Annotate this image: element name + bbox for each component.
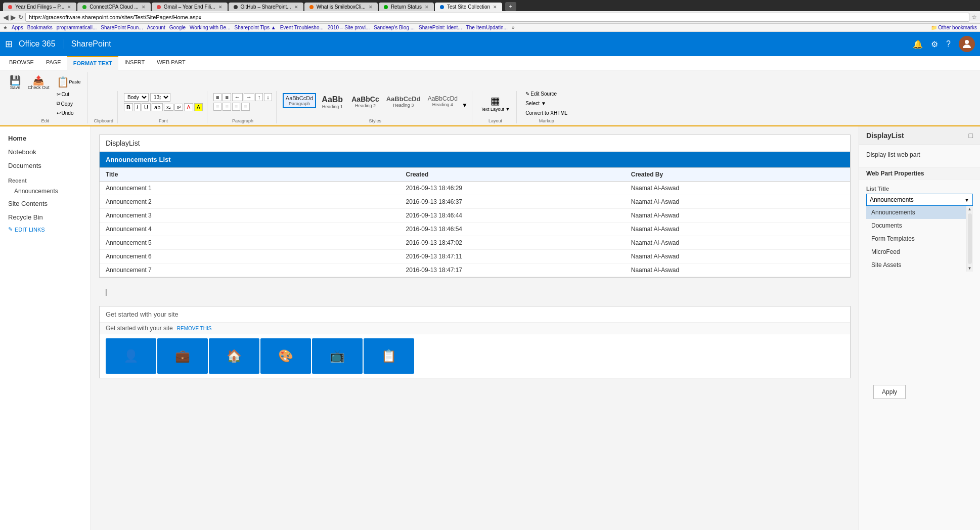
bookmark-sharepoint-ident[interactable]: SharePoint: Ident... [419,25,462,30]
tab-close-4[interactable]: ✕ [294,5,298,10]
refresh-button[interactable]: ↻ [18,14,23,21]
align-left-button[interactable]: ≡ [213,103,221,111]
help-icon[interactable]: ? [946,39,951,49]
move-up-button[interactable]: ↑ [255,93,263,101]
bookmark-itemupdating[interactable]: The ItemUpdatin... [466,25,508,30]
table-row[interactable]: Announcement 2 2016-09-13 18:46:37 Naama… [100,195,850,209]
bookmark-event[interactable]: Event Troublesho... [280,25,324,30]
sidebar-item-home[interactable]: Home [0,131,91,145]
app-name[interactable]: SharePoint [64,39,111,49]
dropdown-option-microfeed[interactable]: MicroFeed [866,245,966,258]
sidebar-item-documents[interactable]: Documents [0,159,91,172]
styles-expand-icon[interactable]: ▼ [462,102,468,109]
italic-button[interactable]: I [134,103,141,111]
bookmark-sharepoint-found[interactable]: SharePoint Foun... [101,25,143,30]
sidebar-item-announcements[interactable]: Announcements [0,186,91,197]
forward-button[interactable]: ▶ [11,13,16,21]
bookmark-working[interactable]: Working with Be... [190,25,230,30]
bold-button[interactable]: B [124,103,133,111]
new-tab-button[interactable]: + [505,2,516,11]
font-family-select[interactable]: Body [124,93,149,102]
superscript-button[interactable]: x² [174,104,184,111]
tab-gmail[interactable]: Gmail – Year End Fili... ✕ [152,3,228,11]
gs-tile-6[interactable]: 📋 [364,338,414,374]
table-row[interactable]: Announcement 5 2016-09-13 18:47:02 Naama… [100,236,850,250]
tab-close-7[interactable]: ✕ [493,5,497,10]
scroll-up-button[interactable]: ▲ [967,206,973,212]
style-paragraph[interactable]: AaBbCcDd Paragraph [283,93,316,108]
select-button[interactable]: Select ▼ [523,99,548,108]
align-center-button[interactable]: ≡ [222,103,231,111]
sidebar-edit-links[interactable]: ✎ EDIT LINKS [0,224,91,235]
bookmark-apps[interactable]: Apps [12,25,23,30]
gs-tile-4[interactable]: 🎨 [260,338,311,374]
gs-tile-3[interactable]: 🏠 [209,338,259,374]
bookmark-bookmarks[interactable]: Bookmarks [27,25,53,30]
style-heading1[interactable]: AaBb Heading 1 [317,93,347,111]
justify-button[interactable]: ≡ [241,103,249,111]
gs-tile-1[interactable]: 👤 [106,338,156,374]
tab-return-status[interactable]: Return Status ✕ [379,3,434,11]
convert-xhtml-button[interactable]: Convert to XHTML [523,109,570,117]
tab-github[interactable]: GitHub – SharePoint... ✕ [229,3,303,11]
sidebar-item-recycle-bin[interactable]: Recycle Bin [0,210,91,224]
tab-close-6[interactable]: ✕ [425,5,429,10]
table-row[interactable]: Announcement 6 2016-09-13 18:47:11 Naama… [100,250,850,263]
copy-button[interactable]: ⧉ Copy [54,99,83,108]
settings-icon[interactable]: ⚙ [931,39,938,49]
style-heading4[interactable]: AaBbCcDd Heading 4 [425,93,461,109]
dropdown-option-form-templates[interactable]: Form Templates [866,232,966,245]
bookmark-google[interactable]: Google [169,25,186,30]
text-layout-button[interactable]: ▦ Text Layout ▼ [478,93,512,113]
tab-close-2[interactable]: ✕ [142,5,146,10]
tab-web-part[interactable]: WEB PART [151,56,191,70]
save-button[interactable]: 💾 Save [7,74,23,92]
office365-label[interactable]: Office 365 [19,39,56,49]
strikethrough-button[interactable]: ab [152,103,163,111]
undo-button[interactable]: ↩ Undo [54,109,83,117]
outdent-button[interactable]: ← [232,93,243,101]
cut-button[interactable]: ✂ Cut [54,90,83,99]
ordered-list-button[interactable]: ≡ [222,93,231,101]
align-right-button[interactable]: ≡ [232,103,240,111]
bookmark-2010[interactable]: 2010 – Site provi... [328,25,370,30]
bookmark-sandeep[interactable]: Sandeep's Blog ... [374,25,415,30]
apply-button[interactable]: Apply [873,385,906,399]
tab-year-end[interactable]: Year End Filings – P... ✕ [3,3,76,11]
back-button[interactable]: ◀ [3,13,9,21]
table-row[interactable]: Announcement 7 2016-09-13 18:47:17 Naama… [100,263,850,277]
tab-connectcpa[interactable]: ConnectCPA Cloud ... ✕ [77,3,151,11]
notification-icon[interactable]: 🔔 [913,39,923,49]
gs-tile-5[interactable]: 📺 [312,338,363,374]
tab-smilebox[interactable]: What is SmileboxCli... ✕ [304,3,378,11]
address-input[interactable] [25,13,969,22]
tab-close-5[interactable]: ✕ [369,5,373,10]
tab-format-text[interactable]: FORMAT TEXT [67,56,118,70]
right-panel-close-button[interactable]: □ [969,131,973,140]
tab-close[interactable]: ✕ [67,5,71,10]
remove-this-button[interactable]: REMOVE THIS [177,326,212,331]
check-out-button[interactable]: 📤 Check Out [25,74,52,92]
paste-button[interactable]: 📋 Paste [54,74,83,90]
bookmark-sharepoint-tips[interactable]: Sharepoint Tips ▲ [234,25,276,30]
dropdown-option-site-assets[interactable]: Site Assets [866,258,966,272]
dropdown-option-announcements[interactable]: Announcements [866,206,966,219]
waffle-icon[interactable]: ⊞ [5,38,13,50]
tab-insert[interactable]: INSERT [118,56,151,70]
tab-test-site[interactable]: Test Site Collection ✕ [435,3,502,11]
sidebar-item-notebook[interactable]: Notebook [0,145,91,159]
style-heading3[interactable]: AaBbCcDd Heading 3 [383,93,424,110]
table-row[interactable]: Announcement 4 2016-09-13 18:46:54 Naama… [100,223,850,236]
dropdown-option-documents[interactable]: Documents [866,219,966,232]
font-size-select[interactable]: 13px [150,93,170,102]
sidebar-item-site-contents[interactable]: Site Contents [0,197,91,210]
style-heading2[interactable]: AaBbCc Heading 2 [348,93,382,110]
underline-button[interactable]: U [142,103,151,111]
avatar[interactable] [959,36,975,52]
bookmark-programmatically[interactable]: programmaticall... [57,25,97,30]
edit-source-button[interactable]: ✎ Edit Source [523,90,559,98]
bookmark-star[interactable]: ☆ [971,14,977,21]
unordered-list-button[interactable]: ≡ [213,93,221,101]
scroll-down-button[interactable]: ▼ [967,265,973,272]
indent-button[interactable]: → [244,93,254,101]
